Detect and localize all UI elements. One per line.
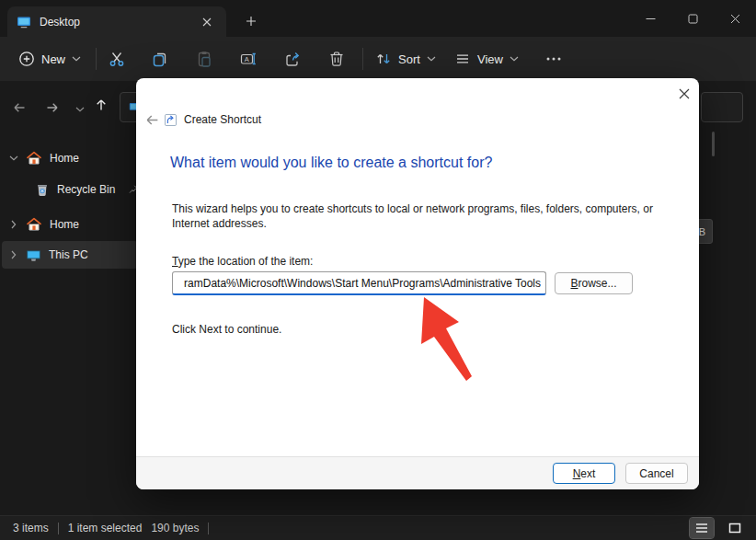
dialog-hint: Click Next to continue.	[172, 323, 281, 336]
shortcut-icon	[165, 113, 177, 130]
sidebar-item-this-pc[interactable]: This PC	[2, 241, 138, 269]
window-controls	[629, 0, 756, 37]
recycle-bin-icon	[35, 182, 50, 197]
status-selection: 1 item selected	[68, 522, 143, 534]
tree-expand-chevron-icon[interactable]	[2, 250, 26, 259]
copy-icon	[151, 50, 169, 68]
copy-button[interactable]	[142, 37, 178, 81]
label-rest: ext	[580, 467, 595, 480]
sidebar-item-label: Recycle Bin	[57, 183, 115, 196]
dialog-title: Create Shortcut	[184, 113, 261, 126]
label-rest: rowse...	[578, 277, 617, 290]
close-button[interactable]	[714, 0, 756, 37]
sidebar-item-label: This PC	[49, 248, 88, 261]
chevron-down-icon	[510, 56, 519, 62]
status-item-count: 3 items	[13, 522, 49, 534]
cancel-button[interactable]: Cancel	[625, 463, 688, 484]
up-button[interactable]	[90, 94, 112, 116]
tab-desktop[interactable]: Desktop	[7, 6, 226, 37]
details-view-toggle[interactable]	[690, 518, 714, 538]
view-button[interactable]: View	[451, 37, 522, 81]
new-button-label: New	[41, 52, 65, 66]
dialog-close-button[interactable]	[672, 82, 696, 106]
minimize-icon	[646, 14, 656, 24]
tree-collapse-chevron-icon[interactable]	[2, 155, 26, 161]
toolbar-divider	[96, 48, 97, 70]
paste-icon	[195, 50, 213, 68]
file-explorer-window: Desktop New	[0, 0, 756, 540]
access-key: B	[570, 277, 578, 290]
back-arrow-icon	[144, 112, 160, 128]
maximize-button[interactable]	[671, 0, 714, 37]
paste-button[interactable]	[186, 37, 223, 81]
cut-icon	[108, 50, 126, 68]
status-selection-size: 190 bytes	[151, 522, 199, 534]
forward-arrow-icon	[45, 100, 60, 115]
back-button[interactable]	[8, 97, 30, 119]
new-button[interactable]: New	[13, 37, 86, 81]
dialog-heading: What item would you like to create a sho…	[170, 155, 492, 171]
up-arrow-icon	[94, 98, 109, 112]
share-button[interactable]	[274, 37, 311, 81]
sidebar-item-home[interactable]: Home	[2, 212, 138, 237]
forward-button[interactable]	[41, 97, 63, 119]
search-box-fragment[interactable]	[701, 92, 743, 122]
location-input[interactable]	[172, 271, 546, 295]
command-bar: New A	[0, 37, 756, 81]
dialog-footer: Next Cancel	[136, 456, 699, 489]
next-button[interactable]: Next	[553, 463, 615, 484]
delete-button[interactable]	[318, 37, 355, 81]
view-lines-icon	[454, 51, 471, 67]
new-tab-button[interactable]	[237, 8, 265, 34]
sidebar-item-label: Home	[50, 218, 79, 231]
maximize-icon	[688, 14, 698, 24]
rename-button[interactable]: A	[230, 37, 267, 81]
view-label: View	[477, 52, 503, 66]
chevron-down-icon	[75, 107, 85, 112]
status-bar: 3 items 1 item selected 190 bytes	[0, 515, 756, 540]
toolbar-divider	[362, 48, 363, 70]
browse-button[interactable]: Browse...	[555, 272, 633, 294]
chevron-down-icon	[427, 56, 436, 62]
large-icons-view-toggle[interactable]	[723, 518, 747, 538]
plus-icon	[246, 16, 257, 27]
sort-label: Sort	[398, 52, 420, 66]
minimize-button[interactable]	[629, 0, 671, 37]
chevron-down-icon	[72, 56, 81, 62]
back-arrow-icon	[12, 100, 27, 115]
sort-button[interactable]: Sort	[372, 37, 440, 81]
status-divider	[208, 523, 209, 534]
dialog-description: This wizard helps you to create shortcut…	[172, 202, 693, 231]
location-input-label: Type the location of the item:	[172, 255, 313, 268]
home-icon	[26, 216, 42, 233]
sidebar-item-label: Home	[50, 152, 79, 165]
recent-locations-button[interactable]	[69, 98, 91, 121]
file-size-badge-text: B	[699, 226, 705, 237]
label-rest: ype the location of the item:	[178, 255, 314, 268]
access-key: N	[573, 467, 581, 480]
details-view-icon	[695, 523, 708, 534]
rename-icon: A	[239, 50, 258, 68]
tab-title: Desktop	[40, 16, 197, 29]
sort-icon	[375, 51, 392, 67]
ellipsis-icon	[546, 57, 561, 61]
create-shortcut-dialog: Create Shortcut What item would you like…	[136, 78, 699, 489]
dialog-back-button[interactable]	[143, 111, 160, 128]
this-pc-icon	[26, 247, 41, 263]
desktop-icon	[17, 15, 31, 29]
large-icons-view-icon	[728, 523, 741, 534]
sidebar-item-recycle-bin[interactable]: Recycle Bin	[2, 177, 138, 202]
label: Cancel	[639, 467, 673, 480]
see-more-button[interactable]	[535, 37, 572, 81]
trash-icon	[327, 50, 346, 68]
sidebar-item-home-pinned[interactable]: Home	[2, 145, 138, 171]
scrollbar-fragment[interactable]	[712, 132, 715, 156]
cut-button[interactable]	[98, 37, 135, 81]
tab-close-icon[interactable]	[197, 12, 217, 32]
tree-expand-chevron-icon[interactable]	[2, 220, 26, 229]
status-divider	[58, 523, 59, 534]
share-icon	[283, 50, 302, 68]
home-icon	[26, 150, 42, 167]
plus-circle-icon	[18, 51, 35, 67]
close-icon	[679, 88, 690, 99]
